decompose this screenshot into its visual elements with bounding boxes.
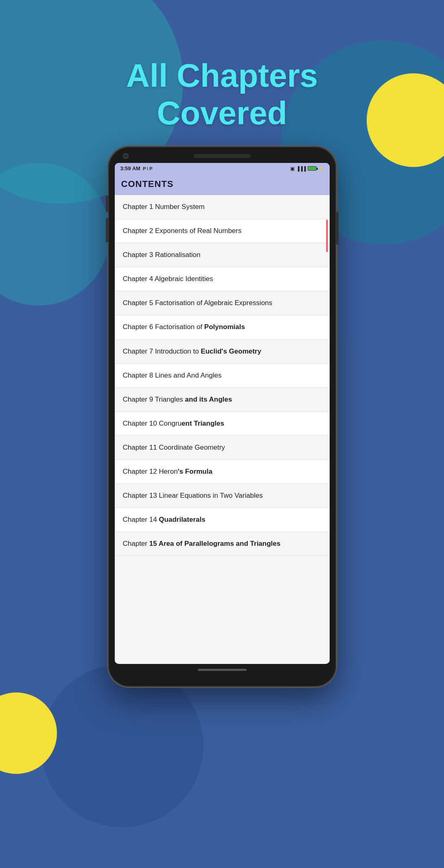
bg-blob-5 bbox=[41, 664, 203, 827]
phone-body: 3:59 AM P \ P ▣ ▐▐▐ ⚡ CONTENTS bbox=[108, 147, 336, 687]
chapter-10-bold: ent Triangles bbox=[182, 420, 224, 427]
scroll-indicator bbox=[326, 220, 328, 252]
chapter-item-2[interactable]: Chapter 2 Exponents of Real Numbers bbox=[115, 219, 330, 243]
home-indicator[interactable] bbox=[198, 669, 247, 671]
chapter-7-bold: Euclid's Geometry bbox=[201, 347, 261, 355]
chapter-item-6[interactable]: Chapter 6 Factorisation of Polynomials bbox=[115, 315, 330, 339]
phone-device: 3:59 AM P \ P ▣ ▐▐▐ ⚡ CONTENTS bbox=[108, 147, 336, 687]
chapter-14-bold: Quadrilaterals bbox=[159, 516, 205, 523]
status-icons: P \ P bbox=[143, 166, 153, 171]
chapter-6-bold: Polynomials bbox=[204, 323, 245, 331]
chapter-item-7[interactable]: Chapter 7 Introduction to Euclid's Geome… bbox=[115, 340, 330, 364]
heading-text: All Chapters Covered bbox=[0, 57, 444, 132]
status-bar-right: ▣ ▐▐▐ ⚡ bbox=[290, 166, 324, 171]
signal-icon: ▐▐▐ bbox=[296, 166, 306, 171]
chapter-item-14[interactable]: Chapter 14 Quadrilaterals bbox=[115, 508, 330, 532]
power-button bbox=[336, 212, 339, 244]
status-time: 3:59 AM bbox=[120, 165, 140, 171]
chapter-list[interactable]: Chapter 1 Number System Chapter 2 Expone… bbox=[115, 195, 330, 664]
phone-top-bar bbox=[115, 154, 330, 158]
charging-icon: ⚡ bbox=[318, 166, 324, 171]
phone-bottom-bar bbox=[115, 664, 330, 675]
chapter-9-bold: and its Angles bbox=[185, 396, 232, 403]
chapter-item-10[interactable]: Chapter 10 Congruent Triangles bbox=[115, 412, 330, 436]
chapter-item-9[interactable]: Chapter 9 Triangles and its Angles bbox=[115, 388, 330, 412]
chapter-item-4[interactable]: Chapter 4 Algebraic Identities bbox=[115, 267, 330, 291]
chapter-item-1[interactable]: Chapter 1 Number System bbox=[115, 195, 330, 219]
volume-button-1 bbox=[106, 196, 108, 212]
battery-icon bbox=[308, 166, 317, 171]
chapter-item-11[interactable]: Chapter 11 Coordinate Geometry bbox=[115, 436, 330, 460]
bg-blob-4 bbox=[322, 244, 424, 346]
heading: All Chapters Covered bbox=[0, 57, 444, 132]
contents-header: CONTENTS bbox=[115, 174, 330, 195]
volume-button-2 bbox=[106, 218, 108, 242]
contents-title: CONTENTS bbox=[121, 179, 323, 189]
wifi-icon: ▣ bbox=[290, 166, 295, 171]
chapter-item-5[interactable]: Chapter 5 Factorisation of Algebraic Exp… bbox=[115, 291, 330, 315]
chapter-item-3[interactable]: Chapter 3 Rationalisation bbox=[115, 243, 330, 267]
heading-line2: Covered bbox=[157, 95, 287, 131]
status-bar-left: 3:59 AM P \ P bbox=[120, 165, 153, 171]
chapter-item-12[interactable]: Chapter 12 Heron's Formula bbox=[115, 460, 330, 484]
phone-screen: 3:59 AM P \ P ▣ ▐▐▐ ⚡ CONTENTS bbox=[115, 163, 330, 664]
chapter-item-13[interactable]: Chapter 13 Linear Equations in Two Varia… bbox=[115, 484, 330, 508]
chapter-item-15[interactable]: Chapter 15 Area of Parallelograms and Tr… bbox=[115, 532, 330, 556]
status-bar: 3:59 AM P \ P ▣ ▐▐▐ ⚡ bbox=[115, 163, 330, 174]
chapter-12-bold: 's Formula bbox=[178, 468, 212, 475]
chapter-15-bold: 15 Area of Parallelograms and Triangles bbox=[149, 540, 281, 547]
front-camera bbox=[123, 153, 129, 159]
chapter-item-8[interactable]: Chapter 8 Lines and And Angles bbox=[115, 364, 330, 388]
earpiece-speaker bbox=[194, 154, 251, 158]
heading-line1: All Chapters bbox=[126, 57, 318, 94]
